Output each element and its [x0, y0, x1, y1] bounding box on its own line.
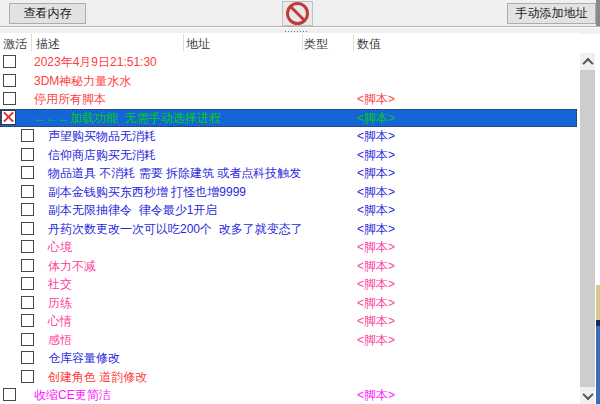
table-row[interactable]: 体力不减<脚本>	[0, 257, 577, 276]
row-description: 体力不减	[48, 257, 96, 276]
table-row[interactable]: 感悟<脚本>	[0, 331, 577, 350]
row-value: <脚本>	[357, 275, 395, 294]
scrollbar-down-button[interactable]	[580, 387, 595, 404]
column-header-value[interactable]: 数值	[357, 36, 381, 53]
view-memory-button[interactable]: 查看内存	[9, 3, 86, 24]
row-value: <脚本>	[357, 146, 395, 165]
table-row[interactable]: 社交<脚本>	[0, 275, 577, 294]
table-row[interactable]: 创建角色 道韵修改	[0, 368, 577, 387]
activate-checkbox[interactable]	[21, 259, 34, 272]
splitter-grip-icon	[285, 31, 307, 32]
activate-checkbox[interactable]	[21, 240, 34, 253]
row-description: 丹药次数更改一次可以吃200个 改多了就变态了	[48, 220, 303, 239]
row-description: 社交	[48, 275, 72, 294]
table-row[interactable]: 副本金钱购买东西秒增 打怪也增9999<脚本>	[0, 183, 577, 202]
chevron-up-icon	[582, 57, 593, 68]
activate-checkbox[interactable]	[3, 55, 16, 68]
table-row[interactable]: 物品道具 不消耗 需要 拆除建筑 或者点科技触发<脚本>	[0, 164, 577, 183]
table-row[interactable]: 仓库容量修改	[0, 349, 577, 368]
row-value: <脚本>	[357, 294, 395, 313]
block-button[interactable]	[282, 1, 313, 26]
row-description: 心情	[48, 312, 72, 331]
table-row[interactable]: 2023年4月9日21:51:30	[0, 53, 577, 72]
column-header-description[interactable]: 描述	[36, 36, 60, 53]
chevron-down-icon	[582, 388, 593, 399]
row-description: 心境	[48, 238, 72, 257]
column-divider	[31, 34, 32, 51]
row-description: 副本无限抽律令 律令最少1开启	[48, 201, 217, 220]
row-value: <脚本>	[357, 90, 395, 109]
address-list: 2023年4月9日21:51:303DM神秘力量水水停用所有脚本<脚本>←←←加…	[0, 53, 580, 404]
background-window-edge	[596, 326, 600, 404]
row-value: <脚本>	[357, 201, 395, 220]
table-row[interactable]: 心情<脚本>	[0, 312, 577, 331]
activate-checkbox[interactable]	[21, 314, 34, 327]
row-description: 声望购买物品无消耗	[48, 127, 156, 146]
row-value: <脚本>	[357, 386, 395, 404]
row-description: 收缩CE更简洁	[34, 386, 111, 404]
scrollbar-up-button[interactable]	[580, 53, 595, 70]
activate-checkbox[interactable]	[21, 277, 34, 290]
row-value: <脚本>	[357, 312, 395, 331]
activate-checkbox[interactable]	[21, 166, 34, 179]
column-header-activate[interactable]: 激活	[3, 36, 27, 53]
background-window-edge	[596, 285, 600, 320]
row-description: 2023年4月9日21:51:30	[34, 53, 157, 72]
row-value: <脚本>	[357, 331, 395, 350]
row-description: 物品道具 不消耗 需要 拆除建筑 或者点科技触发	[48, 164, 301, 183]
row-description: 历练	[48, 294, 72, 313]
row-value: <脚本>	[357, 220, 395, 239]
table-row[interactable]: 信仰商店购买无消耗<脚本>	[0, 146, 577, 165]
column-header-address[interactable]: 地址	[186, 36, 210, 53]
table-row[interactable]: 声望购买物品无消耗<脚本>	[0, 127, 577, 146]
row-value: <脚本>	[357, 183, 395, 202]
add-address-button[interactable]: 手动添加地址	[507, 3, 596, 24]
vertical-scrollbar[interactable]	[580, 53, 595, 404]
activate-checkbox[interactable]	[3, 388, 16, 401]
prohibition-icon	[286, 2, 309, 25]
row-value: <脚本>	[357, 164, 395, 183]
row-description: 感悟	[48, 331, 72, 350]
column-divider	[302, 34, 303, 51]
activate-checkbox[interactable]	[21, 370, 34, 383]
table-row[interactable]: 3DM神秘力量水水	[0, 72, 577, 91]
row-description: 副本金钱购买东西秒增 打怪也增9999	[48, 183, 246, 202]
table-row[interactable]: 副本无限抽律令 律令最少1开启<脚本>	[0, 201, 577, 220]
row-value: <脚本>	[357, 109, 395, 128]
table-header: 激活 描述 地址 类型 数值	[0, 33, 580, 53]
activate-checkbox[interactable]	[21, 129, 34, 142]
column-divider	[353, 34, 354, 51]
toolbar: 查看内存 手动添加地址	[0, 0, 600, 27]
table-row[interactable]: 收缩CE更简洁<脚本>	[0, 386, 577, 404]
table-row[interactable]: 丹药次数更改一次可以吃200个 改多了就变态了<脚本>	[0, 220, 577, 239]
activate-checkbox[interactable]	[21, 296, 34, 309]
scrollbar-thumb[interactable]	[580, 70, 595, 387]
background-window-edge	[596, 0, 600, 26]
activate-checkbox[interactable]	[21, 185, 34, 198]
table-row[interactable]: 历练<脚本>	[0, 294, 577, 313]
row-description: 仓库容量修改	[48, 349, 120, 368]
row-description: 3DM神秘力量水水	[34, 72, 131, 91]
table-row[interactable]: ←←←加载功能 无需手动选择进程<脚本>	[0, 109, 577, 128]
row-description: 停用所有脚本	[34, 90, 106, 109]
activate-checkbox[interactable]	[3, 92, 16, 105]
activate-checkbox[interactable]	[21, 203, 34, 216]
row-description: ←←←加载功能 无需手动选择进程	[34, 109, 221, 128]
row-value: <脚本>	[357, 127, 395, 146]
row-value: <脚本>	[357, 257, 395, 276]
activate-checkbox[interactable]	[3, 74, 16, 87]
row-description: 创建角色 道韵修改	[48, 368, 147, 387]
row-value: <脚本>	[357, 238, 395, 257]
table-row[interactable]: 停用所有脚本<脚本>	[0, 90, 577, 109]
activate-checkbox[interactable]	[21, 333, 34, 346]
row-description: 信仰商店购买无消耗	[48, 146, 156, 165]
column-divider	[183, 34, 184, 51]
column-header-type[interactable]: 类型	[304, 36, 328, 53]
table-row[interactable]: 心境<脚本>	[0, 238, 577, 257]
activate-checkbox[interactable]	[1, 110, 16, 125]
activate-checkbox[interactable]	[21, 148, 34, 161]
activate-checkbox[interactable]	[21, 351, 34, 364]
activate-checkbox[interactable]	[21, 222, 34, 235]
